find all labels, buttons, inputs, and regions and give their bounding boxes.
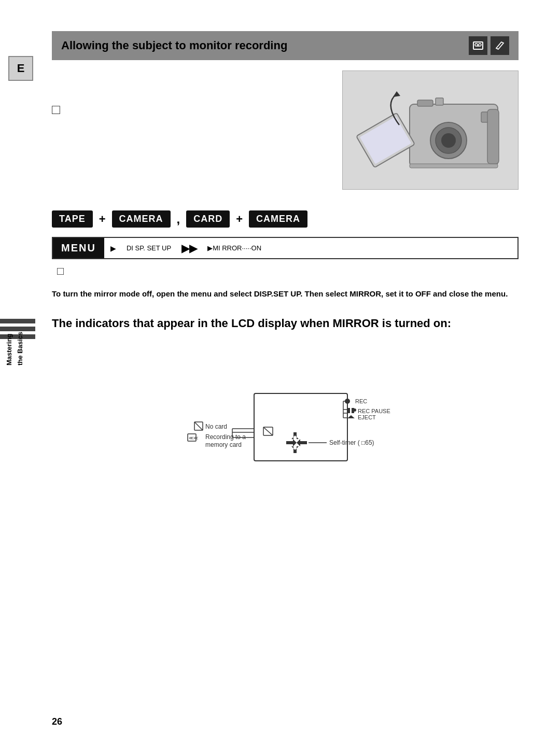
plus-sign-2: + bbox=[236, 213, 243, 226]
svg-line-32 bbox=[194, 422, 203, 430]
svg-rect-15 bbox=[410, 164, 498, 168]
menu-label: MENU bbox=[53, 238, 104, 258]
menu-items: ▶ DI SP. SET UP ▶▶ ▶MI RROR·····ON bbox=[104, 239, 517, 258]
svg-text:EJECT: EJECT bbox=[358, 414, 376, 420]
page-number: 26 bbox=[52, 716, 62, 727]
svg-text:≪≪: ≪≪ bbox=[189, 435, 198, 441]
tape-icon bbox=[469, 36, 487, 55]
svg-text:memory card: memory card bbox=[205, 441, 242, 448]
diagram-container: REC REC PAUSE EJECT No card bbox=[156, 352, 415, 466]
camera-badge-2: CAMERA bbox=[249, 210, 307, 228]
bookmark-symbol: □ bbox=[52, 102, 327, 118]
pencil-icon bbox=[491, 36, 509, 55]
svg-marker-47 bbox=[291, 446, 299, 453]
main-content-area: □ bbox=[52, 70, 519, 190]
svg-marker-45 bbox=[297, 439, 307, 446]
camera-diagram bbox=[342, 70, 519, 190]
camera-svg bbox=[347, 78, 513, 182]
svg-text:REC: REC bbox=[355, 398, 367, 404]
svg-rect-16 bbox=[487, 109, 499, 164]
left-column: □ bbox=[52, 70, 327, 190]
mode-section: TAPE + CAMERA , CARD + CAMERA MENU ▶ DI … bbox=[52, 210, 519, 278]
page-content: Allowing the subject to monitor recordin… bbox=[0, 0, 560, 748]
svg-rect-10 bbox=[417, 100, 433, 106]
page-title: Allowing the subject to monitor recordin… bbox=[61, 39, 287, 52]
plus-sign-1: + bbox=[99, 213, 106, 226]
svg-text:No card: No card bbox=[205, 423, 227, 430]
mode-row: TAPE + CAMERA , CARD + CAMERA bbox=[52, 210, 519, 228]
menu-arrow-1: ▶ bbox=[110, 244, 116, 252]
svg-line-4 bbox=[496, 48, 498, 49]
description-text: To turn the mirror mode off, open the me… bbox=[52, 288, 519, 300]
big-heading: The indicators that appear in the LCD di… bbox=[52, 316, 519, 332]
svg-point-22 bbox=[353, 408, 356, 412]
svg-marker-14 bbox=[393, 91, 400, 97]
menu-item-1: DI SP. SET UP bbox=[127, 244, 171, 252]
indicator-section: REC REC PAUSE EJECT No card bbox=[52, 352, 519, 466]
camera-badge-1: CAMERA bbox=[112, 210, 171, 228]
svg-marker-44 bbox=[286, 439, 297, 446]
svg-line-43 bbox=[263, 427, 273, 435]
svg-text:Self-timer (  □65): Self-timer ( □65) bbox=[329, 439, 374, 446]
header-title-bar: Allowing the subject to monitor recordin… bbox=[52, 31, 519, 60]
menu-item-2: ▶MI RROR·····ON bbox=[207, 244, 261, 252]
card-badge: CARD bbox=[186, 210, 230, 228]
svg-marker-46 bbox=[291, 432, 299, 439]
svg-point-8 bbox=[441, 133, 456, 148]
menu-bar: MENU ▶ DI SP. SET UP ▶▶ ▶MI RROR·····ON bbox=[52, 237, 519, 259]
menu-bookmark: □ bbox=[57, 264, 64, 277]
svg-marker-24 bbox=[347, 415, 355, 418]
header-icons bbox=[469, 36, 509, 55]
menu-double-arrow: ▶▶ bbox=[181, 242, 197, 255]
svg-rect-20 bbox=[347, 408, 350, 413]
svg-text:REC PAUSE: REC PAUSE bbox=[358, 408, 390, 414]
comma-sign: , bbox=[177, 212, 180, 227]
tape-badge: TAPE bbox=[52, 210, 93, 228]
indicator-diagram-svg: REC REC PAUSE EJECT No card bbox=[156, 352, 425, 471]
svg-rect-13 bbox=[360, 117, 411, 164]
svg-rect-11 bbox=[436, 98, 443, 105]
svg-text:Recording to a: Recording to a bbox=[205, 433, 246, 441]
header-section: Allowing the subject to monitor recordin… bbox=[52, 31, 519, 60]
right-column bbox=[342, 70, 519, 190]
